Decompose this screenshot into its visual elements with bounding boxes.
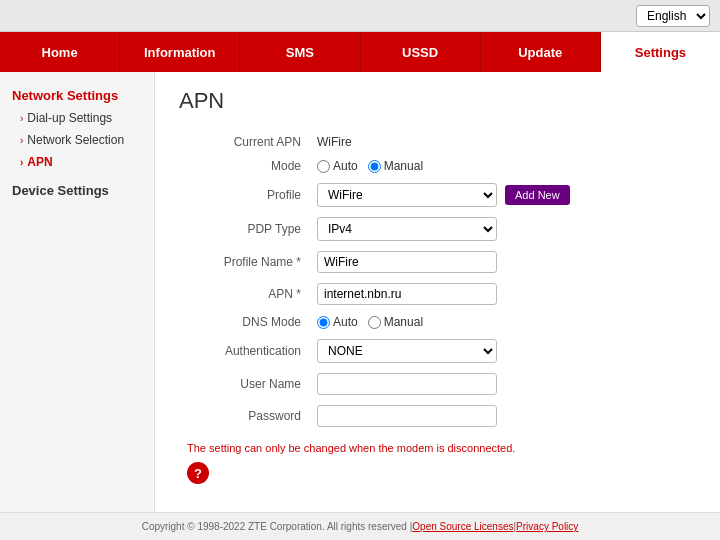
sidebar: Network Settings › Dial-up Settings › Ne… [0, 72, 155, 512]
profile-cell: WiFire Add New [309, 178, 696, 212]
username-label: User Name [179, 368, 309, 400]
sidebar-item-dialup[interactable]: › Dial-up Settings [0, 107, 154, 129]
mode-radio-group: Auto Manual [317, 159, 688, 173]
footer-text: Copyright © 1998-2022 ZTE Corporation. A… [142, 521, 413, 532]
apn-form: Current APN WiFire Mode Auto Manual [179, 130, 696, 432]
dns-manual-radio[interactable] [368, 316, 381, 329]
nav-bar: Home Information SMS USSD Update Setting… [0, 32, 720, 72]
auth-row: Authentication NONE [179, 334, 696, 368]
profile-name-label: Profile Name * [179, 246, 309, 278]
profile-name-input[interactable] [317, 251, 497, 273]
add-new-button[interactable]: Add New [505, 185, 570, 205]
profile-name-cell [309, 246, 696, 278]
pdp-type-row: PDP Type IPv4 [179, 212, 696, 246]
warning-text: The setting can only be changed when the… [179, 442, 696, 454]
nav-information[interactable]: Information [120, 32, 240, 72]
pdp-type-cell: IPv4 [309, 212, 696, 246]
auth-select[interactable]: NONE [317, 339, 497, 363]
apn-cell [309, 278, 696, 310]
nav-sms[interactable]: SMS [240, 32, 360, 72]
username-cell [309, 368, 696, 400]
top-bar: English [0, 0, 720, 32]
footer-privacy-link[interactable]: Privacy Policy [516, 521, 578, 532]
dns-mode-label: DNS Mode [179, 310, 309, 334]
profile-label: Profile [179, 178, 309, 212]
mode-row: Mode Auto Manual [179, 154, 696, 178]
mode-manual-label[interactable]: Manual [368, 159, 423, 173]
current-apn-value: WiFire [309, 130, 696, 154]
profile-select[interactable]: WiFire [317, 183, 497, 207]
profile-row-inner: WiFire Add New [317, 183, 688, 207]
username-input[interactable] [317, 373, 497, 395]
sidebar-section-device[interactable]: Device Settings [0, 173, 154, 202]
nav-settings[interactable]: Settings [601, 32, 720, 72]
pdp-type-select[interactable]: IPv4 [317, 217, 497, 241]
profile-name-row: Profile Name * [179, 246, 696, 278]
mode-auto-radio[interactable] [317, 160, 330, 173]
profile-row: Profile WiFire Add New [179, 178, 696, 212]
apn-label: APN * [179, 278, 309, 310]
mode-label: Mode [179, 154, 309, 178]
arrow-icon: › [20, 135, 23, 146]
nav-ussd[interactable]: USSD [361, 32, 481, 72]
sidebar-item-apn[interactable]: › APN [0, 151, 154, 173]
arrow-icon: › [20, 157, 23, 168]
sidebar-item-network-selection[interactable]: › Network Selection [0, 129, 154, 151]
dns-auto-label[interactable]: Auto [317, 315, 358, 329]
apn-row: APN * [179, 278, 696, 310]
dns-mode-row: DNS Mode Auto Manual [179, 310, 696, 334]
current-apn-row: Current APN WiFire [179, 130, 696, 154]
dns-manual-label[interactable]: Manual [368, 315, 423, 329]
username-row: User Name [179, 368, 696, 400]
footer: Copyright © 1998-2022 ZTE Corporation. A… [0, 512, 720, 540]
dns-mode-cell: Auto Manual [309, 310, 696, 334]
current-apn-label: Current APN [179, 130, 309, 154]
password-row: Password [179, 400, 696, 432]
pdp-type-label: PDP Type [179, 212, 309, 246]
nav-home[interactable]: Home [0, 32, 120, 72]
language-select[interactable]: English [636, 5, 710, 27]
mode-manual-radio[interactable] [368, 160, 381, 173]
dns-radio-group: Auto Manual [317, 315, 688, 329]
footer-open-source-link[interactable]: Open Source Licenses [412, 521, 513, 532]
dns-auto-radio[interactable] [317, 316, 330, 329]
page-title: APN [179, 88, 696, 114]
auth-label: Authentication [179, 334, 309, 368]
password-cell [309, 400, 696, 432]
apn-input[interactable] [317, 283, 497, 305]
mode-value: Auto Manual [309, 154, 696, 178]
password-input[interactable] [317, 405, 497, 427]
nav-update[interactable]: Update [481, 32, 601, 72]
sidebar-section-network[interactable]: Network Settings [0, 82, 154, 107]
help-button[interactable]: ? [187, 462, 209, 484]
auth-cell: NONE [309, 334, 696, 368]
password-label: Password [179, 400, 309, 432]
mode-auto-label[interactable]: Auto [317, 159, 358, 173]
content-area: APN Current APN WiFire Mode Auto [155, 72, 720, 512]
arrow-icon: › [20, 113, 23, 124]
main-layout: Network Settings › Dial-up Settings › Ne… [0, 72, 720, 512]
